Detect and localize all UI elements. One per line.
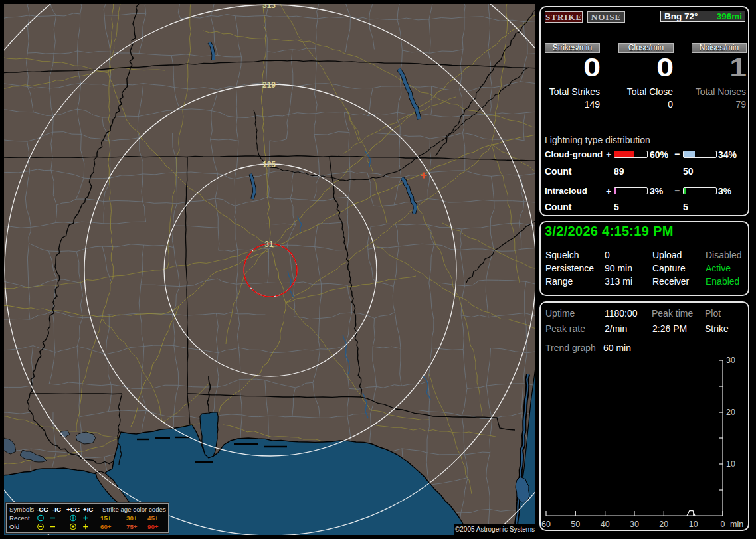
svg-text:30+: 30+ — [126, 514, 138, 522]
svg-text:20: 20 — [726, 408, 735, 417]
svg-text:0: 0 — [721, 520, 725, 529]
svg-text:-IC: -IC — [52, 506, 61, 513]
svg-text:31: 31 — [264, 240, 274, 249]
svg-text:30: 30 — [726, 356, 735, 365]
svg-text:313: 313 — [262, 4, 276, 10]
svg-text:Recent: Recent — [9, 514, 30, 522]
svg-text:60: 60 — [541, 520, 551, 529]
svg-text:-CG: -CG — [37, 506, 48, 513]
svg-text:Symbols: Symbols — [9, 506, 34, 513]
svg-text:min: min — [730, 520, 743, 529]
svg-text:15+: 15+ — [100, 514, 112, 522]
svg-text:125: 125 — [262, 160, 276, 169]
svg-text:45+: 45+ — [147, 514, 159, 522]
svg-text:20: 20 — [659, 520, 668, 529]
svg-text:60+: 60+ — [100, 523, 112, 530]
svg-text:Strike age color codes: Strike age color codes — [102, 506, 166, 513]
svg-text:30: 30 — [630, 520, 639, 529]
svg-text:10: 10 — [689, 520, 698, 529]
svg-text:10: 10 — [726, 459, 735, 469]
svg-text:219: 219 — [262, 80, 276, 90]
svg-text:+CG: +CG — [66, 506, 80, 513]
svg-text:+IC: +IC — [83, 506, 93, 513]
svg-text:40: 40 — [601, 520, 610, 529]
svg-text:75+: 75+ — [126, 523, 138, 530]
svg-text:90+: 90+ — [147, 523, 159, 530]
svg-text:50: 50 — [571, 520, 580, 529]
svg-text:Old: Old — [9, 523, 19, 530]
